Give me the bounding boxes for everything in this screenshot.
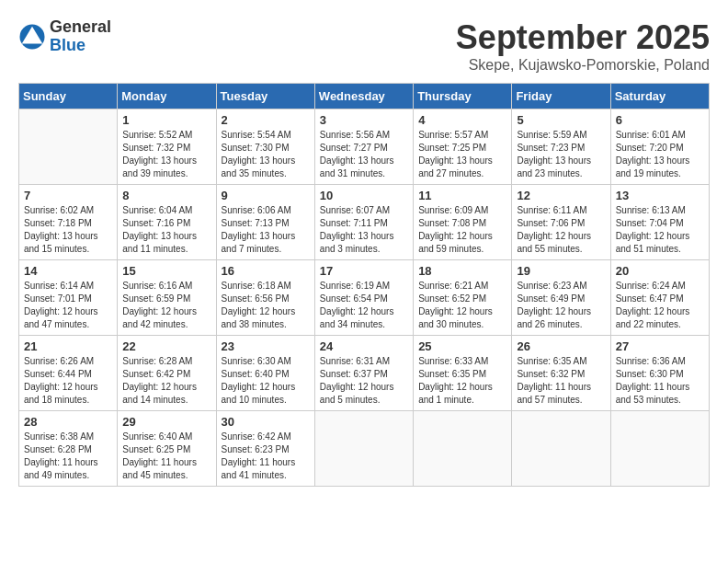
day-number: 6 (616, 113, 704, 127)
day-info: Sunrise: 6:09 AMSunset: 7:08 PMDaylight:… (418, 204, 506, 256)
table-row: 6Sunrise: 6:01 AMSunset: 7:20 PMDaylight… (610, 109, 709, 185)
day-info: Sunrise: 6:26 AMSunset: 6:44 PMDaylight:… (24, 355, 112, 407)
table-row: 4Sunrise: 5:57 AMSunset: 7:25 PMDaylight… (414, 109, 512, 185)
day-info: Sunrise: 6:24 AMSunset: 6:47 PMDaylight:… (616, 280, 704, 331)
day-info: Sunrise: 5:52 AMSunset: 7:32 PMDaylight:… (122, 129, 210, 180)
day-info: Sunrise: 6:18 AMSunset: 6:56 PMDaylight:… (222, 280, 310, 331)
day-number: 24 (320, 339, 408, 353)
day-info: Sunrise: 6:01 AMSunset: 7:20 PMDaylight:… (616, 129, 704, 180)
table-row: 18Sunrise: 6:21 AMSunset: 6:52 PMDayligh… (414, 260, 512, 336)
day-info: Sunrise: 6:13 AMSunset: 7:04 PMDaylight:… (616, 204, 704, 256)
table-row: 8Sunrise: 6:04 AMSunset: 7:16 PMDaylight… (118, 185, 216, 260)
day-number: 30 (222, 415, 310, 429)
table-row: 11Sunrise: 6:09 AMSunset: 7:08 PMDayligh… (414, 185, 512, 260)
table-row: 25Sunrise: 6:33 AMSunset: 6:35 PMDayligh… (414, 336, 512, 411)
table-row: 15Sunrise: 6:16 AMSunset: 6:59 PMDayligh… (118, 260, 216, 336)
day-info: Sunrise: 5:57 AMSunset: 7:25 PMDaylight:… (418, 129, 506, 180)
table-row: 12Sunrise: 6:11 AMSunset: 7:06 PMDayligh… (512, 185, 610, 260)
day-number: 20 (616, 264, 704, 278)
day-number: 18 (418, 264, 506, 278)
day-number: 19 (517, 264, 605, 278)
weekday-sunday: Sunday (19, 84, 118, 109)
day-number: 2 (222, 113, 310, 127)
day-info: Sunrise: 6:14 AMSunset: 7:01 PMDaylight:… (24, 280, 112, 331)
day-number: 28 (24, 415, 112, 429)
calendar-body: 1Sunrise: 5:52 AMSunset: 7:32 PMDaylight… (19, 109, 710, 487)
table-row: 23Sunrise: 6:30 AMSunset: 6:40 PMDayligh… (216, 336, 314, 411)
table-row: 3Sunrise: 5:56 AMSunset: 7:27 PMDaylight… (314, 109, 413, 185)
day-info: Sunrise: 6:30 AMSunset: 6:40 PMDaylight:… (222, 355, 310, 407)
day-number: 1 (122, 113, 210, 127)
table-row: 27Sunrise: 6:36 AMSunset: 6:30 PMDayligh… (610, 336, 709, 411)
weekday-tuesday: Tuesday (216, 84, 314, 109)
logo-icon (18, 23, 46, 51)
calendar-header: Sunday Monday Tuesday Wednesday Thursday… (19, 84, 710, 109)
table-row (414, 411, 512, 487)
calendar-week-2: 7Sunrise: 6:02 AMSunset: 7:18 PMDaylight… (19, 185, 710, 260)
day-number: 12 (517, 189, 605, 202)
table-row (314, 411, 413, 487)
day-info: Sunrise: 6:06 AMSunset: 7:13 PMDaylight:… (222, 204, 310, 256)
day-number: 25 (418, 339, 506, 353)
table-row: 26Sunrise: 6:35 AMSunset: 6:32 PMDayligh… (512, 336, 610, 411)
table-row: 7Sunrise: 6:02 AMSunset: 7:18 PMDaylight… (19, 185, 118, 260)
day-number: 10 (320, 189, 408, 202)
day-info: Sunrise: 6:28 AMSunset: 6:42 PMDaylight:… (122, 355, 210, 407)
day-number: 3 (320, 113, 408, 127)
day-info: Sunrise: 6:07 AMSunset: 7:11 PMDaylight:… (320, 204, 408, 256)
calendar-week-5: 28Sunrise: 6:38 AMSunset: 6:28 PMDayligh… (19, 411, 710, 487)
table-row: 16Sunrise: 6:18 AMSunset: 6:56 PMDayligh… (216, 260, 314, 336)
table-row: 9Sunrise: 6:06 AMSunset: 7:13 PMDaylight… (216, 185, 314, 260)
weekday-thursday: Thursday (414, 84, 512, 109)
day-number: 21 (24, 339, 112, 353)
logo-general: General (50, 18, 111, 37)
table-row: 30Sunrise: 6:42 AMSunset: 6:23 PMDayligh… (216, 411, 314, 487)
day-info: Sunrise: 6:04 AMSunset: 7:16 PMDaylight:… (122, 204, 210, 256)
weekday-wednesday: Wednesday (314, 84, 413, 109)
weekday-row: Sunday Monday Tuesday Wednesday Thursday… (19, 84, 710, 109)
logo: General Blue (18, 18, 111, 55)
weekday-friday: Friday (512, 84, 610, 109)
day-info: Sunrise: 6:40 AMSunset: 6:25 PMDaylight:… (122, 431, 210, 482)
day-number: 14 (24, 264, 112, 278)
day-number: 15 (122, 264, 210, 278)
table-row: 2Sunrise: 5:54 AMSunset: 7:30 PMDaylight… (216, 109, 314, 185)
table-row: 21Sunrise: 6:26 AMSunset: 6:44 PMDayligh… (19, 336, 118, 411)
day-info: Sunrise: 6:42 AMSunset: 6:23 PMDaylight:… (222, 431, 310, 482)
table-row: 5Sunrise: 5:59 AMSunset: 7:23 PMDaylight… (512, 109, 610, 185)
table-row: 13Sunrise: 6:13 AMSunset: 7:04 PMDayligh… (610, 185, 709, 260)
day-number: 22 (122, 339, 210, 353)
table-row: 24Sunrise: 6:31 AMSunset: 6:37 PMDayligh… (314, 336, 413, 411)
day-info: Sunrise: 6:35 AMSunset: 6:32 PMDaylight:… (517, 355, 605, 407)
logo-blue: Blue (50, 37, 111, 55)
location: Skepe, Kujawsko-Pomorskie, Poland (456, 57, 710, 74)
day-number: 9 (222, 189, 310, 202)
day-number: 27 (616, 339, 704, 353)
day-info: Sunrise: 6:11 AMSunset: 7:06 PMDaylight:… (517, 204, 605, 256)
month-title: September 2025 (456, 18, 710, 57)
calendar-week-4: 21Sunrise: 6:26 AMSunset: 6:44 PMDayligh… (19, 336, 710, 411)
title-block: September 2025 Skepe, Kujawsko-Pomorskie… (456, 18, 710, 74)
table-row: 28Sunrise: 6:38 AMSunset: 6:28 PMDayligh… (19, 411, 118, 487)
day-number: 4 (418, 113, 506, 127)
day-number: 17 (320, 264, 408, 278)
table-row (610, 411, 709, 487)
weekday-monday: Monday (118, 84, 216, 109)
calendar-table: Sunday Monday Tuesday Wednesday Thursday… (18, 83, 710, 487)
day-info: Sunrise: 6:16 AMSunset: 6:59 PMDaylight:… (122, 280, 210, 331)
table-row: 19Sunrise: 6:23 AMSunset: 6:49 PMDayligh… (512, 260, 610, 336)
calendar-week-3: 14Sunrise: 6:14 AMSunset: 7:01 PMDayligh… (19, 260, 710, 336)
day-number: 13 (616, 189, 704, 202)
calendar-week-1: 1Sunrise: 5:52 AMSunset: 7:32 PMDaylight… (19, 109, 710, 185)
day-number: 23 (222, 339, 310, 353)
day-info: Sunrise: 6:02 AMSunset: 7:18 PMDaylight:… (24, 204, 112, 256)
day-info: Sunrise: 6:23 AMSunset: 6:49 PMDaylight:… (517, 280, 605, 331)
table-row (512, 411, 610, 487)
day-info: Sunrise: 6:31 AMSunset: 6:37 PMDaylight:… (320, 355, 408, 407)
day-info: Sunrise: 6:21 AMSunset: 6:52 PMDaylight:… (418, 280, 506, 331)
day-info: Sunrise: 5:56 AMSunset: 7:27 PMDaylight:… (320, 129, 408, 180)
table-row: 10Sunrise: 6:07 AMSunset: 7:11 PMDayligh… (314, 185, 413, 260)
table-row: 14Sunrise: 6:14 AMSunset: 7:01 PMDayligh… (19, 260, 118, 336)
day-number: 29 (122, 415, 210, 429)
table-row: 22Sunrise: 6:28 AMSunset: 6:42 PMDayligh… (118, 336, 216, 411)
